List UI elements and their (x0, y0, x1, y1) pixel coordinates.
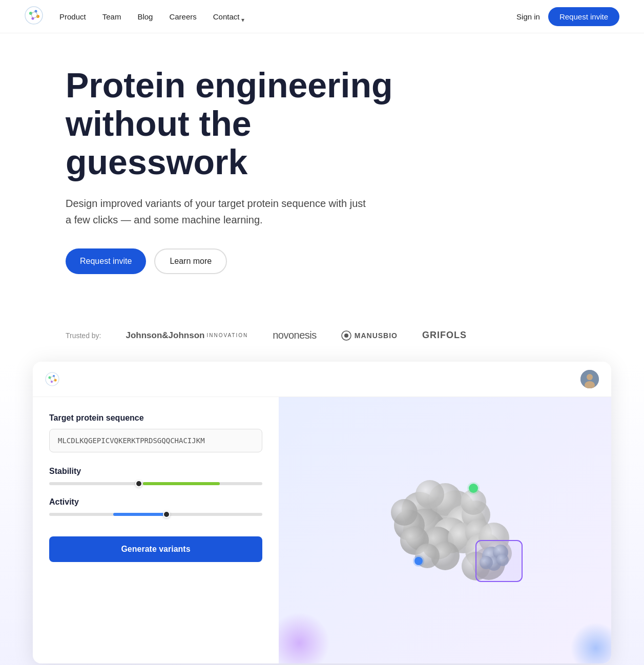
app-body: Target protein sequence Stability Activi… (33, 397, 611, 663)
nav-logo (25, 6, 59, 27)
hero-buttons: Request invite Learn more (66, 248, 578, 274)
activity-track[interactable] (49, 513, 262, 516)
learn-more-button[interactable]: Learn more (154, 248, 227, 274)
protein-visualization (279, 397, 611, 663)
nav-item-blog[interactable]: Blog (137, 12, 153, 21)
trusted-section: Trusted by: Johnson&JohnsonINNOVATION no… (0, 329, 644, 362)
svg-point-47 (467, 482, 480, 494)
svg-point-54 (480, 556, 493, 569)
hero-title: Protein engineering without the guesswor… (66, 66, 424, 181)
svg-point-55 (496, 554, 509, 566)
activity-thumb[interactable] (163, 511, 170, 518)
request-invite-nav-button[interactable]: Request invite (548, 7, 619, 26)
stability-fill (143, 482, 220, 485)
protein-svg (363, 453, 527, 607)
novonesis-logo: novonesis (273, 329, 317, 341)
svg-point-21 (587, 374, 593, 380)
navbar: Product Team Blog Careers Contact Sign i… (0, 0, 644, 33)
jj-logo: Johnson&JohnsonINNOVATION (126, 330, 248, 341)
activity-label: Activity (49, 497, 262, 507)
target-sequence-label: Target protein sequence (49, 413, 262, 423)
stability-track[interactable] (49, 482, 262, 485)
request-invite-hero-button[interactable]: Request invite (66, 248, 146, 274)
nav-item-contact[interactable]: Contact (213, 12, 247, 21)
svg-point-37 (391, 499, 418, 526)
svg-point-0 (25, 7, 43, 24)
grifols-logo: GRIFOLS (422, 330, 467, 341)
protein-blob (363, 453, 527, 607)
hero-subtitle: Design improved variants of your target … (66, 195, 373, 228)
trusted-label: Trusted by: (66, 331, 101, 340)
svg-point-10 (344, 334, 348, 338)
svg-point-11 (46, 372, 59, 386)
app-preview: Target protein sequence Stability Activi… (33, 362, 611, 663)
activity-fill (113, 513, 169, 516)
nav-links: Product Team Blog Careers Contact (59, 12, 516, 21)
hero-section: Protein engineering without the guesswor… (0, 33, 644, 362)
stability-label: Stability (49, 467, 262, 476)
nav-item-team[interactable]: Team (102, 12, 121, 21)
signin-button[interactable]: Sign in (516, 12, 540, 21)
manusbio-logo: MANUSBIO (341, 330, 398, 341)
svg-point-49 (413, 555, 424, 567)
sequence-input[interactable] (49, 429, 262, 452)
stability-thumb[interactable] (135, 480, 142, 487)
app-right-panel (279, 397, 611, 663)
stability-section: Stability (49, 467, 262, 485)
generate-variants-button[interactable]: Generate variants (49, 536, 262, 562)
svg-point-35 (416, 480, 444, 509)
app-logo (45, 372, 59, 386)
user-avatar (580, 370, 599, 388)
app-topbar (33, 362, 611, 397)
activity-section: Activity (49, 497, 262, 516)
nav-right: Sign in Request invite (516, 7, 619, 26)
app-preview-wrapper: Target protein sequence Stability Activi… (0, 362, 644, 665)
nav-item-product[interactable]: Product (59, 12, 86, 21)
app-left-panel: Target protein sequence Stability Activi… (33, 397, 279, 663)
nav-item-careers[interactable]: Careers (169, 12, 196, 21)
manusbio-icon (341, 330, 351, 341)
chevron-down-icon (241, 15, 246, 18)
